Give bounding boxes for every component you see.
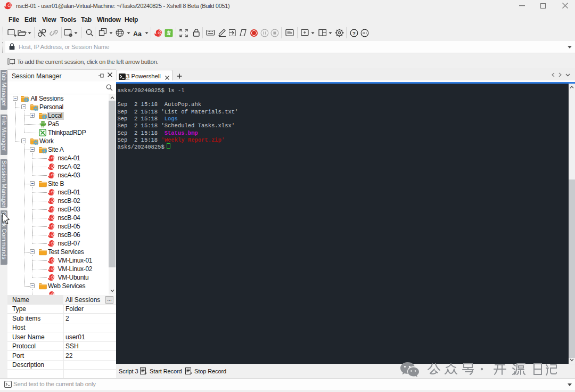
- svg-text:?: ?: [352, 30, 356, 36]
